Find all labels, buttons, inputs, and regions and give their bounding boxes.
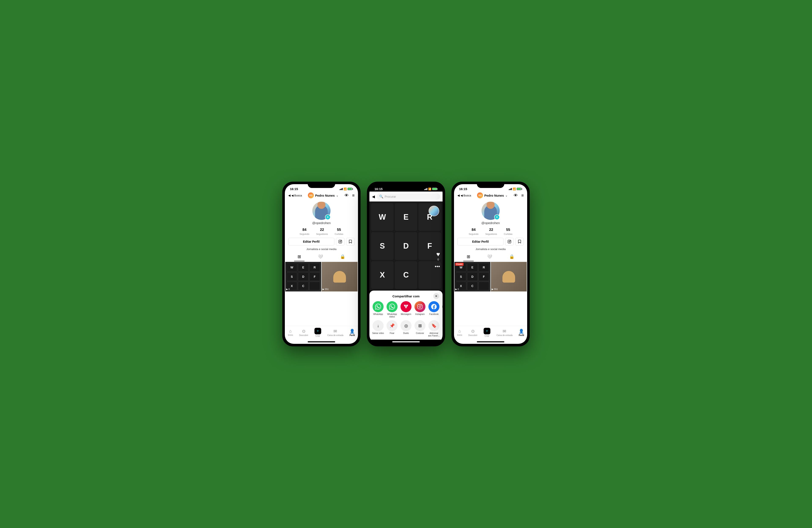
- wifi-icon-right: 📶: [513, 187, 516, 191]
- home-indicator-middle: [369, 340, 443, 344]
- home-indicator-right: [454, 340, 527, 344]
- profile-avatar-area-left: + @opedrohen: [285, 200, 358, 226]
- nav-home-left[interactable]: ⌂ Início: [288, 329, 293, 336]
- dropdown-icon-left[interactable]: ⌄: [336, 194, 338, 197]
- back-button-left[interactable]: ◀ ◀ Busca: [288, 194, 302, 197]
- back-button-right[interactable]: ◀ ◀ Busca: [458, 194, 471, 197]
- notch-left: [308, 182, 335, 188]
- battery-icon-left: [348, 188, 353, 190]
- dueto-icon: ◎: [401, 320, 411, 331]
- share-app-facebook[interactable]: Facebook: [428, 301, 440, 318]
- nav-home-right[interactable]: ⌂ Início: [457, 329, 462, 336]
- bookmark-icon-left[interactable]: [346, 238, 354, 245]
- tab-grid-left[interactable]: ⊞: [294, 252, 304, 261]
- share-app-instagram[interactable]: Instagram: [414, 301, 426, 318]
- video-thumb-1-right[interactable]: Fixado WER SDF XC ▶ 0: [454, 262, 490, 291]
- facebook-icon: [429, 301, 439, 312]
- profile-name-right: Pedro Nunes: [484, 194, 504, 197]
- screen-middle: 16:15 📶 ◀: [369, 184, 443, 344]
- home-indicator-left: [285, 340, 358, 344]
- wifi-icon-left: 📶: [344, 187, 347, 191]
- nav-inbox-right[interactable]: ✉ Caixa de entrada: [496, 329, 512, 336]
- share-app-whatsapp-status[interactable]: WhatsApp status: [386, 301, 398, 318]
- share-app-whatsapp[interactable]: WhatsApp: [372, 301, 384, 318]
- action-save-video[interactable]: ↓ Salvar vídeo: [372, 320, 384, 337]
- eye-icon-right[interactable]: 👁: [513, 193, 518, 198]
- signal-icon-left: [339, 188, 343, 190]
- profile-avatar-area-right: + @opedrohen: [454, 200, 527, 226]
- stat-followers-left: 22 Seguidores: [316, 228, 328, 236]
- screen-left: 16:15 📶 ◀: [285, 184, 358, 344]
- wifi-icon-middle: 📶: [428, 187, 431, 191]
- nav-discover-left[interactable]: ⊙ Descobrir: [299, 329, 308, 336]
- tab-liked-left[interactable]: 🤍: [315, 252, 327, 261]
- mensagem-label: Mensagem: [401, 313, 411, 316]
- search-input-wrapper[interactable]: 🔍 Procurar: [377, 193, 440, 200]
- bookmark-icon-right[interactable]: [515, 238, 524, 245]
- profile-btns-right: Editar Perfil: [454, 238, 527, 247]
- video-thumb-1-left[interactable]: WER SDF XC ▶ 0: [285, 262, 321, 291]
- battery-icon-middle: [432, 188, 437, 190]
- tab-liked-right[interactable]: 🤍: [483, 252, 496, 261]
- action-con[interactable]: ⊡ Con...: [442, 320, 443, 337]
- edit-profile-btn-left[interactable]: Editar Perfil: [288, 238, 334, 245]
- costurar-icon: ⊞: [415, 320, 425, 331]
- time-middle: 16:15: [375, 187, 382, 191]
- phone-left: 16:15 📶 ◀: [282, 182, 361, 346]
- avatar-wrapper-right: +: [481, 202, 500, 220]
- dropdown-icon-right[interactable]: ⌄: [505, 194, 508, 197]
- svg-point-9: [509, 241, 510, 242]
- nav-create-left[interactable]: + Criar: [315, 328, 321, 337]
- nav-discover-right[interactable]: ⊙ Descobrir: [468, 329, 477, 336]
- stat-following-right: 84 Seguindo: [468, 228, 479, 236]
- instagram-icon-right[interactable]: [505, 238, 513, 245]
- phones-container: 16:15 📶 ◀: [282, 182, 530, 346]
- avatar-plus-right[interactable]: +: [494, 214, 500, 220]
- rs-badge-left: RS: [308, 192, 314, 198]
- share-app-mensagem[interactable]: Mensagem: [400, 301, 412, 318]
- rs-badge-right: RS: [477, 192, 483, 198]
- tab-private-right[interactable]: 🔒: [506, 252, 518, 261]
- whatsapp-status-label: WhatsApp status: [386, 313, 398, 318]
- avatar-plus-left[interactable]: +: [325, 214, 331, 220]
- svg-point-2: [341, 241, 341, 241]
- bottom-nav-right: ⌂ Início ⊙ Descobrir + Criar ✉ Caixa de …: [454, 326, 527, 340]
- svg-rect-0: [339, 240, 342, 243]
- action-pin[interactable]: 📌 Fixar: [386, 320, 398, 337]
- video-grid-left: WER SDF XC ▶ 0 ▶ 551: [285, 261, 358, 326]
- share-app-cop[interactable]: C Cop: [442, 301, 443, 318]
- stat-following-left: 84 Seguindo: [300, 228, 309, 236]
- edit-profile-btn-right[interactable]: Editar Perfil: [458, 238, 504, 245]
- video-thumb-2-right[interactable]: ▶ 551: [491, 262, 527, 291]
- right-icons-left: 👁 ≡: [345, 193, 354, 198]
- share-close-btn[interactable]: ✕: [433, 293, 439, 299]
- stat-likes-left: 55 Curtidas: [335, 228, 344, 236]
- mensagem-icon: [401, 301, 411, 312]
- instagram-share-label: Instagram: [415, 313, 425, 316]
- floating-like-middle[interactable]: ♥ 0: [436, 251, 440, 261]
- eye-icon-left[interactable]: 👁: [345, 193, 349, 198]
- action-dueto[interactable]: ◎ Dueto: [400, 320, 412, 337]
- nav-profile-left[interactable]: 👤 Perfil: [350, 329, 355, 336]
- menu-icon-left[interactable]: ≡: [352, 193, 354, 198]
- stat-likes-right: 55 Curtidas: [504, 228, 512, 236]
- stat-followers-right: 22 Seguidores: [485, 228, 497, 236]
- tab-private-left[interactable]: 🔒: [337, 252, 349, 261]
- search-icon-middle: 🔍: [379, 195, 383, 198]
- back-btn-middle[interactable]: ◀: [372, 194, 375, 199]
- action-add-fav[interactable]: 🔖 Adicionar aos Favori...: [428, 320, 440, 337]
- floating-dots-middle[interactable]: •••: [435, 263, 440, 270]
- username-right: @opedrohen: [481, 221, 500, 225]
- video-thumb-2-left[interactable]: ▶ 551: [322, 262, 358, 291]
- action-costurar[interactable]: ⊞ Costurar: [414, 320, 426, 337]
- signal-icon-middle: [424, 188, 427, 190]
- menu-icon-right[interactable]: ≡: [521, 193, 524, 198]
- content-tabs-right: ⊞ 🤍 🔒: [454, 252, 527, 261]
- nav-inbox-left[interactable]: ✉ Caixa de entrada: [327, 329, 344, 336]
- phone-right: 16:15 📶 ◀: [451, 182, 530, 346]
- tab-grid-right[interactable]: ⊞: [463, 252, 474, 261]
- signal-icon-right: [509, 188, 512, 190]
- nav-create-right[interactable]: + Criar: [483, 328, 490, 337]
- nav-profile-right[interactable]: 👤 Perfil: [519, 329, 524, 336]
- instagram-icon-left[interactable]: [336, 238, 345, 245]
